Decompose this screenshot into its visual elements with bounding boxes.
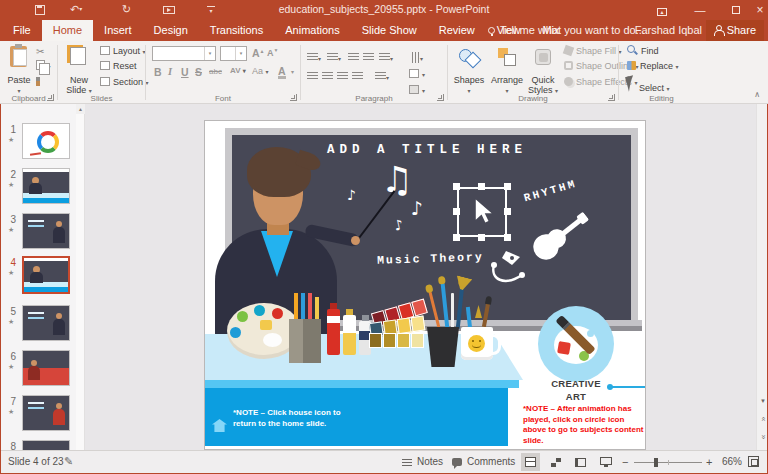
italic-button[interactable]: I xyxy=(168,66,172,77)
shape-fill-button[interactable]: Shape Fill ▾ xyxy=(564,45,622,58)
close-icon[interactable]: × xyxy=(752,0,768,20)
thumbnail-image[interactable] xyxy=(22,256,70,294)
slide-canvas[interactable]: ADD A TITLE HERE ♫ ♪ ♪ ♪ RHYTHM xyxy=(205,121,645,449)
grow-font-button[interactable]: A▲ xyxy=(252,47,265,59)
thumbnail-image[interactable] xyxy=(22,168,70,204)
numbering-button[interactable]: ▾ xyxy=(327,47,341,65)
decrease-indent-button[interactable] xyxy=(348,47,359,65)
thumbnail-slide-1[interactable]: 1★ xyxy=(0,123,76,163)
underline-button[interactable]: U xyxy=(181,66,189,78)
cut-button[interactable]: ✂ xyxy=(36,45,44,58)
align-left-button[interactable] xyxy=(307,66,318,84)
reset-button[interactable]: Reset xyxy=(100,60,137,73)
minimize-icon[interactable]: — xyxy=(686,0,714,20)
thumbnail-slide-7[interactable]: 7★ xyxy=(0,395,76,435)
thumbnail-image[interactable] xyxy=(22,440,70,450)
brush-holder[interactable] xyxy=(427,327,459,367)
zoom-in-button[interactable]: + xyxy=(706,456,712,468)
zoom-percentage[interactable]: 66% xyxy=(722,456,742,467)
thumbnail-image[interactable] xyxy=(22,123,70,159)
slide-show-button[interactable] xyxy=(596,453,615,471)
strikethrough-button[interactable]: S xyxy=(195,66,202,78)
tab-home[interactable]: Home xyxy=(42,20,93,41)
scroll-up-icon[interactable]: ▲ xyxy=(76,104,85,114)
thumbnail-slide-4-selected[interactable]: 4★ xyxy=(0,256,76,296)
paint-tube[interactable] xyxy=(343,315,356,355)
pencil-cup[interactable] xyxy=(289,319,321,363)
align-center-button[interactable] xyxy=(322,66,333,84)
tell-me-box[interactable]: Tell me what you want to do... xyxy=(488,20,645,41)
tab-design[interactable]: Design xyxy=(143,20,199,41)
change-case-button[interactable]: Aa ▾ xyxy=(252,66,269,76)
creative-art-label[interactable]: CREATIVEART xyxy=(536,378,616,403)
font-color-caret[interactable]: ▾ xyxy=(291,68,294,75)
quick-styles-button[interactable]: QuickStyles ▾ xyxy=(526,44,560,100)
slide-sorter-view-button[interactable] xyxy=(546,453,565,471)
selection-box-graphic[interactable] xyxy=(457,187,507,237)
smiley-mug[interactable] xyxy=(461,327,493,360)
shrink-font-button[interactable]: A▼ xyxy=(267,47,278,58)
proofing-status-icon[interactable]: ✎ xyxy=(64,455,73,468)
share-button[interactable]: Share xyxy=(706,20,764,41)
arrange-button[interactable]: Arrange▾ xyxy=(490,44,524,100)
columns-button[interactable]: ▾ xyxy=(375,66,389,84)
slide-indicator[interactable]: Slide 4 of 23 xyxy=(8,456,64,467)
thumbnail-scrollbar[interactable]: ▲ xyxy=(76,104,85,450)
layout-button[interactable]: Layout ▾ xyxy=(100,45,146,58)
zoom-slider[interactable] xyxy=(634,462,702,463)
thumbnail-slide-6[interactable]: 6★ xyxy=(0,350,76,390)
fit-slide-to-window-button[interactable] xyxy=(748,456,759,467)
clipboard-dialog-launcher[interactable] xyxy=(47,94,54,101)
tab-transitions[interactable]: Transitions xyxy=(199,20,274,41)
paragraph-dialog-launcher[interactable] xyxy=(437,94,444,101)
thumbnail-image[interactable] xyxy=(22,305,70,341)
line-spacing-button[interactable]: ▾ xyxy=(379,47,393,65)
pen-tool-icon[interactable] xyxy=(488,249,526,293)
thumbnail-slide-5[interactable]: 5★ xyxy=(0,305,76,345)
paste-button[interactable]: Paste▾ xyxy=(2,44,36,100)
find-button[interactable]: Find xyxy=(627,45,659,58)
notes-toggle[interactable]: Notes xyxy=(417,456,443,467)
comments-toggle[interactable]: Comments xyxy=(467,456,515,467)
thumbnail-slide-3[interactable]: 3★ xyxy=(0,213,76,253)
section-button[interactable]: Section ▾ xyxy=(100,76,149,89)
increase-indent-button[interactable] xyxy=(363,47,374,65)
collapse-ribbon-icon[interactable]: ∧ xyxy=(754,90,760,99)
drawing-dialog-launcher[interactable] xyxy=(608,94,615,101)
paint-tube[interactable] xyxy=(327,309,340,355)
zoom-slider-handle[interactable] xyxy=(654,458,658,467)
align-right-button[interactable] xyxy=(337,66,348,84)
font-size-combo[interactable]: ▾ xyxy=(220,46,247,61)
character-spacing-button[interactable]: AV ▾ xyxy=(230,66,246,75)
note-right-text[interactable]: *NOTE – After animation has played, clic… xyxy=(523,404,644,446)
new-slide-button[interactable]: NewSlide ▾ xyxy=(62,44,96,100)
tab-review[interactable]: Review xyxy=(428,20,486,41)
creative-art-circle-button[interactable] xyxy=(538,306,614,382)
font-name-combo[interactable]: ▾ xyxy=(152,46,216,61)
tab-animations[interactable]: Animations xyxy=(274,20,350,41)
font-dialog-launcher[interactable] xyxy=(290,94,297,101)
tab-file[interactable]: File xyxy=(2,20,42,41)
bullets-button[interactable]: ▾ xyxy=(307,47,321,65)
note-left-text[interactable]: *NOTE – Click house icon to return to th… xyxy=(233,407,353,429)
bold-button[interactable]: B xyxy=(154,66,162,78)
normal-view-button[interactable] xyxy=(521,453,540,471)
font-color-button[interactable]: A xyxy=(278,66,286,79)
music-note-icon[interactable]: ♪ xyxy=(347,187,356,203)
music-note-icon[interactable]: ♫ xyxy=(381,159,413,200)
thumbnail-slide-8[interactable]: 8 xyxy=(0,440,76,450)
copy-button[interactable]: ▾ xyxy=(36,60,51,73)
account-name[interactable]: Farshad Iqbal xyxy=(635,20,702,41)
thumbnail-image[interactable] xyxy=(22,213,70,249)
slide-title-placeholder[interactable]: ADD A TITLE HERE xyxy=(317,143,537,157)
music-note-icon[interactable]: ♪ xyxy=(411,197,423,219)
replace-button[interactable]: Replace ▾ xyxy=(627,60,679,73)
select-button[interactable]: Select ▾ xyxy=(627,76,670,89)
thumbnail-image[interactable] xyxy=(22,395,70,431)
zoom-out-button[interactable]: − xyxy=(622,456,628,468)
shapes-button[interactable]: Shapes▾ xyxy=(452,44,486,100)
reading-view-button[interactable] xyxy=(571,453,590,471)
tab-insert[interactable]: Insert xyxy=(93,20,143,41)
subscript-button[interactable]: abc xyxy=(209,67,222,76)
tab-slide-show[interactable]: Slide Show xyxy=(351,20,428,41)
